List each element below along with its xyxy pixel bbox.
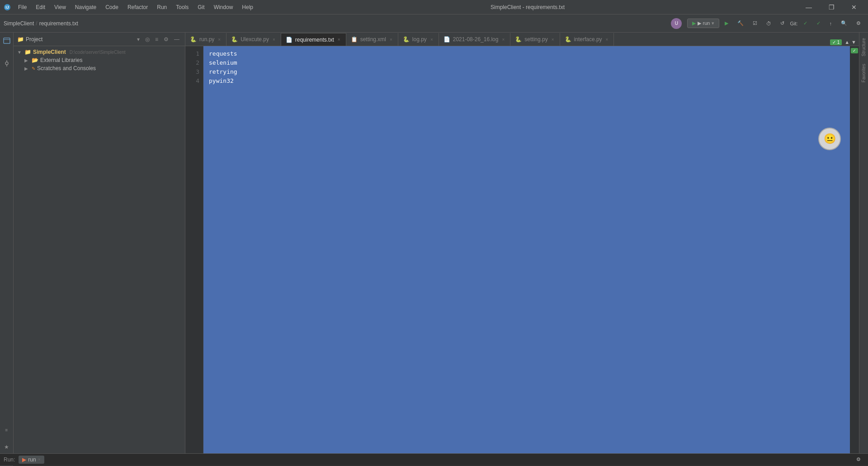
tab-label-run-py: run.py [199,36,214,43]
menu-item-refactor[interactable]: Refactor [124,3,151,11]
tab-close-log-file[interactable]: × [501,37,505,43]
tab-label-interface-py: interface.py [574,36,602,43]
search-button[interactable]: 🔍 [837,19,851,28]
project-hide-button[interactable]: — [172,35,181,43]
menu-item-code[interactable]: Code [102,3,122,11]
menu-item-view[interactable]: View [51,3,70,11]
tab-ulexcute-py[interactable]: 🐍 Ulexcute.py × [226,33,281,46]
sidebar-icon-project[interactable] [0,34,13,47]
right-sidebar-favorites[interactable]: Favorites [860,60,867,86]
tree-item-scratches[interactable]: ▶ ✎ Scratches and Consoles [14,64,185,72]
project-panel-header: 📁 Project ▾ ◎ ≡ ⚙ — [14,33,185,46]
tab-setting-xml[interactable]: 📋 setting.xml × [346,33,398,46]
line-num-2: 2 [185,58,199,67]
tab-label-ulexcute: Ulexcute.py [241,36,269,43]
svg-text:IJ: IJ [5,5,9,10]
code-line-3: retrying [209,67,844,76]
tree-item-simpleclient[interactable]: ▼ 📁 SimpleClient D:\code\server\SimpleCl… [14,48,185,56]
menu-item-tools[interactable]: Tools [172,3,192,11]
settings-button[interactable]: ⚙ [853,19,864,28]
tree-label-scratches: Scratches and Consoles [37,65,96,71]
reload-button[interactable]: ↺ [777,19,788,28]
tab-scroll-down[interactable]: ▼ [850,38,857,46]
folder-icon-simpleclient: 📁 [24,49,31,55]
tree-arrow-ext-libs: ▶ [24,58,30,63]
run-tab-label: run [28,456,36,463]
sidebar-icon-favorites[interactable]: ★ [0,441,13,453]
run-button[interactable]: ▶ ▶ run ▾ [687,19,719,28]
tab-log-file[interactable]: 📄 2021-08-26_16.log × [439,33,511,46]
menu-item-help[interactable]: Help [238,3,257,11]
maximize-button[interactable]: ❐ [821,1,842,14]
menu-item-run[interactable]: Run [153,3,170,11]
menu-item-navigate[interactable]: Navigate [71,3,100,11]
editor-tabs: 🐍 run.py × 🐍 Ulexcute.py × 📄 requirement… [185,33,859,46]
run-tab-active[interactable]: ▶ run × [19,456,44,464]
sidebar-icon-commit[interactable] [0,57,13,70]
tab-icon-requirements: 📄 [286,37,292,43]
coverage-button[interactable]: ☑ [749,19,761,28]
tab-icon-log-file: 📄 [443,36,450,43]
project-collapse-button[interactable]: ≡ [153,35,160,43]
right-gutter: ✓ [850,46,859,453]
scratches-icon: ✎ [32,66,35,71]
git-check2-button[interactable]: ✓ [813,19,824,28]
tab-run-py[interactable]: 🐍 run.py × [185,33,226,46]
code-text-3: retrying [209,68,237,75]
menu-item-window[interactable]: Window [210,3,237,11]
project-locate-button[interactable]: ◎ [143,35,151,43]
sidebar-icon-structure[interactable]: ≡ [0,423,13,436]
tab-close-setting-py[interactable]: × [551,37,555,43]
run-icon: ▶ [692,20,696,26]
tab-close-setting-xml[interactable]: × [389,37,393,43]
breadcrumb-separator: / [36,20,37,27]
user-avatar-toolbar: U [671,18,682,29]
tab-setting-py[interactable]: 🐍 setting.py × [510,33,560,46]
project-icon: 📁 [17,36,24,43]
code-editor[interactable]: requests selenium retrying pywin32 [203,46,850,453]
tab-close-requirements[interactable]: × [337,37,341,43]
tab-label-requirements: requirements.txt [295,37,334,43]
git-push-button[interactable]: ↑ [826,19,836,28]
project-tree: ▼ 📁 SimpleClient D:\code\server\SimpleCl… [14,46,185,453]
debug-run-button[interactable]: ▶ [721,19,732,28]
menu-bar: FileEditViewNavigateCodeRefactorRunTools… [14,3,257,11]
code-line-1: requests [209,49,844,58]
build-button[interactable]: 🔨 [734,19,747,28]
tab-requirements-txt[interactable]: 📄 requirements.txt × [281,33,346,46]
git-status: Git: ✓ ✓ ↑ [790,19,835,28]
tab-close-run-py[interactable]: × [217,37,222,43]
tree-label-ext-libs: External Libraries [40,57,82,63]
tab-close-log-py[interactable]: × [429,37,434,43]
menu-item-file[interactable]: File [14,3,30,11]
left-sidebar: ≡ ★ [0,33,14,453]
gutter-badge: ✓ [851,48,858,53]
minimize-button[interactable]: — [798,1,819,14]
svg-rect-3 [4,39,10,40]
tab-scroll-up[interactable]: ▲ [844,38,850,46]
main-layout: ≡ ★ 📁 Project ▾ ◎ ≡ ⚙ — ▼ 📁 SimpleClient… [0,33,868,453]
git-check-button[interactable]: ✓ [800,19,811,28]
avatar-circle[interactable]: 😐 [818,128,841,150]
project-settings-button[interactable]: ⚙ [162,35,170,43]
run-tab-icon: ▶ [22,456,26,463]
run-panel-settings-button[interactable]: ⚙ [853,455,864,464]
tree-arrow-scratches: ▶ [24,66,30,71]
right-sidebar-structure[interactable]: Structure [860,34,867,60]
project-panel: 📁 Project ▾ ◎ ≡ ⚙ — ▼ 📁 SimpleClient D:\… [14,33,185,453]
tree-path-simpleclient: D:\code\server\SimpleClient [70,50,126,55]
line-num-1: 1 [185,49,199,58]
tree-item-external-libs[interactable]: ▶ 📂 External Libraries [14,56,185,64]
breadcrumb-file: requirements.txt [39,20,78,27]
project-dropdown-icon: ▾ [137,36,140,43]
code-line-4: pywin32 [209,76,844,85]
menu-item-edit[interactable]: Edit [32,3,49,11]
menu-item-git[interactable]: Git [194,3,208,11]
profile-button[interactable]: ⏱ [763,19,775,28]
tab-close-interface-py[interactable]: × [605,37,609,43]
run-tab-close[interactable]: × [38,457,41,462]
tab-log-py[interactable]: 🐍 log.py × [398,33,439,46]
tab-close-ulexcute[interactable]: × [272,37,276,43]
close-button[interactable]: ✕ [844,1,864,14]
tab-interface-py[interactable]: 🐍 interface.py × [560,33,614,46]
